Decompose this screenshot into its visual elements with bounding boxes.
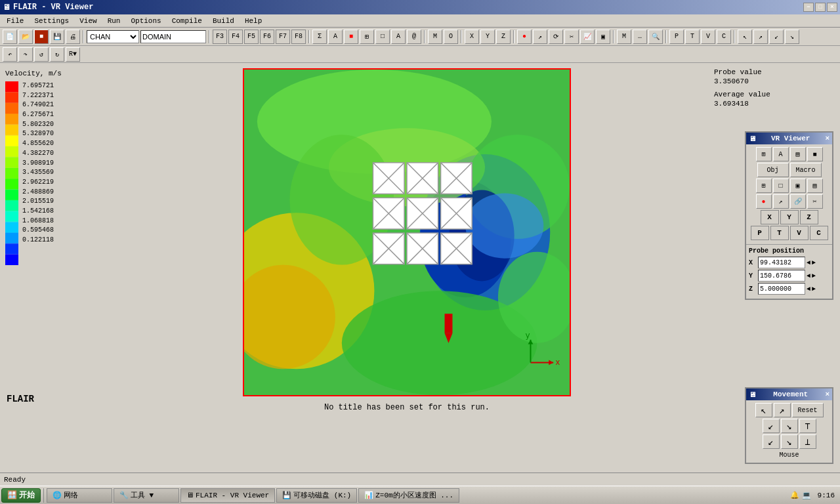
close-button[interactable]: × (827, 3, 837, 12)
redo-button[interactable]: ↷ (18, 47, 33, 62)
ccw-button[interactable]: ↺ (34, 47, 49, 62)
mov-dr-btn[interactable]: ↘ (781, 419, 798, 433)
vr-obj-btn[interactable]: Obj (757, 163, 789, 177)
vr-cut-btn[interactable]: ✂ (807, 194, 823, 209)
menu-item-file[interactable]: File (1, 16, 29, 26)
vr-link-btn[interactable]: 🔗 (790, 194, 806, 209)
a2-button[interactable]: A (391, 30, 406, 44)
f4-button[interactable]: F4 (228, 30, 243, 44)
mov-ul-btn[interactable]: ↖ (755, 403, 772, 417)
vr-x-btn[interactable]: X (761, 210, 779, 224)
mov-f-btn[interactable]: ⊥ (799, 434, 816, 449)
mov-zr-btn[interactable]: ↘ (781, 434, 798, 449)
dot2-button[interactable]: … (633, 30, 647, 44)
m-button[interactable]: M (428, 30, 442, 44)
maximize-button[interactable]: □ (815, 3, 826, 12)
x-button[interactable]: X (465, 30, 479, 44)
sigma-button[interactable]: Σ (312, 30, 327, 44)
se-button[interactable]: ↘ (785, 30, 799, 44)
t-button[interactable]: T (685, 30, 700, 44)
menu-item-run[interactable]: Run (102, 16, 126, 26)
save-button[interactable]: ■ (34, 30, 49, 44)
mag-button[interactable]: 🔍 (648, 30, 663, 44)
vr-a-btn[interactable]: A (773, 147, 789, 161)
a-button[interactable]: A (328, 30, 343, 44)
taskbar-flair[interactable]: 🖥 FLAIR - VR Viewer (180, 488, 275, 503)
ne-button[interactable]: ↗ (753, 30, 768, 44)
mov-dl-btn[interactable]: ↙ (763, 419, 780, 433)
mov-reset-btn[interactable]: Reset (792, 403, 824, 417)
vr-grid-btn[interactable]: ⊞ (756, 147, 772, 161)
dot-button[interactable]: ● (517, 30, 532, 44)
mov-t-btn[interactable]: ⊤ (799, 419, 816, 433)
taskbar-tools[interactable]: 🔧 工具 ▼ (114, 488, 179, 503)
vr-y-btn[interactable]: Y (780, 210, 799, 224)
v-button[interactable]: V (701, 30, 715, 44)
mov-zl-btn[interactable]: ↙ (763, 434, 780, 449)
z-left-arrow[interactable]: ◄ (807, 285, 810, 293)
rotate-button[interactable]: ⟳ (549, 30, 563, 44)
vr-arrow-btn[interactable]: ↗ (773, 194, 789, 209)
vr-v-btn[interactable]: V (790, 226, 808, 240)
taskbar-chart[interactable]: 📊 Z=0m的小区速度图 ... (358, 488, 459, 503)
vr-viewer-close[interactable]: × (825, 135, 830, 142)
viewport[interactable]: x y (243, 68, 571, 396)
vr-sq-btn[interactable]: □ (773, 178, 789, 193)
red-sq-button[interactable]: ■ (344, 30, 358, 44)
grid-button[interactable]: ⊞ (360, 30, 374, 44)
grid2-button[interactable]: ▣ (596, 30, 610, 44)
r-dropdown[interactable]: R▼ (66, 47, 80, 62)
menu-item-view[interactable]: View (74, 16, 102, 26)
new-button[interactable]: 📄 (3, 30, 17, 44)
vr-macro-btn[interactable]: Macro (790, 163, 822, 177)
arrow-button[interactable]: ↗ (533, 30, 547, 44)
menu-item-build[interactable]: Build (207, 16, 240, 26)
vr-box-btn[interactable]: ⊞ (756, 178, 772, 193)
x-left-arrow[interactable]: ◄ (807, 259, 810, 266)
m2-button[interactable]: M (617, 30, 631, 44)
save2-button[interactable]: 💾 (50, 30, 64, 44)
vr-grid3-btn[interactable]: ▣ (790, 178, 806, 193)
f7-button[interactable]: F7 (276, 30, 290, 44)
vr-red-btn[interactable]: ● (756, 194, 772, 209)
z-right-arrow[interactable]: ► (812, 285, 816, 293)
y-right-arrow[interactable]: ► (812, 272, 816, 280)
f8-button[interactable]: F8 (291, 30, 306, 44)
minimize-button[interactable]: − (803, 3, 814, 12)
z-button[interactable]: Z (496, 30, 511, 44)
nw-button[interactable]: ↖ (738, 30, 752, 44)
mov-ur-btn[interactable]: ↗ (774, 403, 791, 417)
open-button[interactable]: 📂 (18, 30, 33, 44)
y-coord-value[interactable]: 150.6786 (758, 270, 805, 282)
c-button[interactable]: C (717, 30, 731, 44)
vr-black-btn[interactable]: ■ (807, 147, 823, 161)
cut-button[interactable]: ✂ (564, 30, 579, 44)
p-button[interactable]: P (669, 30, 684, 44)
cw-button[interactable]: ↻ (50, 47, 64, 62)
vr-p-btn[interactable]: P (751, 226, 769, 240)
vr-z-btn[interactable]: Z (800, 210, 818, 224)
sw-button[interactable]: ↙ (769, 30, 784, 44)
o-button[interactable]: O (444, 30, 458, 44)
start-button[interactable]: 🪟 开始 (1, 488, 41, 503)
menu-item-options[interactable]: Options (125, 16, 166, 26)
vr-grid2-btn[interactable]: ▤ (790, 147, 806, 161)
menu-item-settings[interactable]: Settings (29, 16, 74, 26)
menu-item-help[interactable]: Help (240, 16, 267, 26)
vr-rect-btn[interactable]: ▤ (807, 178, 823, 193)
z-coord-value[interactable]: 5.000000 (758, 283, 805, 295)
x-coord-value[interactable]: 99.43182 (758, 257, 805, 268)
vr-t-btn[interactable]: T (770, 226, 789, 240)
y-button[interactable]: Y (480, 30, 495, 44)
chan-select[interactable]: CHAN (87, 30, 139, 43)
menu-item-compile[interactable]: Compile (167, 16, 207, 26)
taskbar-network[interactable]: 🌐 网络 (47, 488, 112, 503)
movement-close[interactable]: × (825, 390, 830, 398)
f6-button[interactable]: F6 (260, 30, 274, 44)
undo-button[interactable]: ↶ (3, 47, 17, 62)
vr-c-btn[interactable]: C (810, 226, 828, 240)
at-button[interactable]: @ (407, 30, 421, 44)
y-left-arrow[interactable]: ◄ (807, 272, 810, 280)
domain-input[interactable] (140, 30, 206, 43)
f5-button[interactable]: F5 (244, 30, 259, 44)
